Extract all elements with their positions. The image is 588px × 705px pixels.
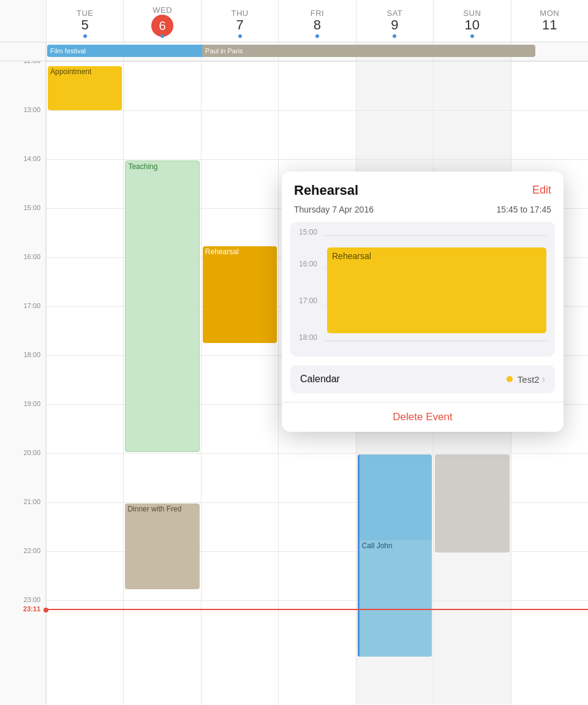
body-col-tue[interactable]: Appointment (46, 61, 123, 704)
call-john-event[interactable]: Call John (358, 540, 432, 657)
dot-fri (315, 34, 319, 38)
popup-edit-button[interactable]: Edit (532, 184, 551, 197)
day-name-wed: Wed (153, 6, 172, 15)
header-day-tue[interactable]: Tue 5 (46, 0, 123, 42)
header-day-wed[interactable]: Wed 6 (123, 0, 200, 42)
header-day-mon[interactable]: Mon 11 (511, 0, 588, 42)
sun-gray-event[interactable] (435, 454, 509, 552)
popup-mini-calendar: 15:00 16:00 17:00 18:00 Rehearsal (290, 222, 555, 356)
popup-calendar-section[interactable]: Calendar Test2 › (290, 365, 555, 393)
dinner-with-fred-event[interactable]: Dinner with Fred (125, 503, 199, 589)
allday-gutter (0, 42, 46, 61)
header-day-sat[interactable]: Sat 9 (356, 0, 433, 42)
time-label-20: 20:00 (23, 449, 40, 456)
allday-col-thu: Paul in Paris (201, 42, 278, 61)
header-day-sun[interactable]: Sun 10 (433, 0, 510, 42)
popup-date: Thursday 7 Apr 2016 (294, 205, 374, 214)
current-time-gutter-label: 23:11 (23, 605, 40, 613)
day-name-thu: Thu (231, 9, 248, 18)
day-num-mon: 11 (542, 18, 557, 32)
current-time-dot (43, 608, 48, 613)
appointment-event[interactable]: Appointment (48, 66, 122, 110)
dot-sat (393, 34, 396, 38)
body-col-thu[interactable]: Rehearsal (201, 61, 278, 704)
current-time-line (46, 609, 588, 610)
day-name-sat: Sat (386, 9, 402, 18)
time-label-12: 12:00 (23, 61, 40, 64)
popup-header: Rehearsal Edit (282, 172, 564, 205)
time-label-16: 16:00 (23, 253, 40, 260)
header-row: Tue 5 Wed 6 Thu 7 Fri 8 Sat 9 (0, 0, 588, 42)
time-gutter-header (0, 0, 46, 42)
time-label-18: 18:00 (23, 351, 40, 358)
day-num-thu: 7 (236, 18, 243, 32)
header-day-fri[interactable]: Fri 8 (278, 0, 355, 42)
time-label-23: 23:00 (23, 596, 40, 603)
time-label-22: 22:00 (23, 547, 40, 554)
body-gutter: 12:00 13:00 14:00 15:00 16:00 17:00 18:0… (0, 61, 46, 704)
time-label-17: 17:00 (23, 302, 40, 309)
teaching-event[interactable]: Teaching (125, 160, 199, 452)
rehearsal-cal-event[interactable]: Rehearsal (203, 246, 277, 343)
day-num-wed: 6 (151, 15, 173, 37)
body-col-wed[interactable]: Teaching Dinner with Fred (123, 61, 200, 704)
time-label-15: 15:00 (23, 204, 40, 211)
popup-title: Rehearsal (294, 183, 358, 198)
event-popup: Rehearsal Edit Thursday 7 Apr 2016 15:45… (282, 172, 564, 432)
day-name-sun: Sun (463, 9, 481, 18)
time-label-13: 13:00 (23, 106, 40, 113)
dot-thu (238, 34, 242, 38)
mini-divider-18 (324, 341, 546, 341)
delete-event-button[interactable]: Delete Event (393, 411, 452, 423)
mini-time-18: 18:00 (299, 333, 317, 342)
mini-divider-15 (324, 235, 546, 236)
paul-in-paris-event[interactable]: Paul in Paris (202, 45, 535, 57)
time-label-21: 21:00 (23, 498, 40, 505)
popup-calendar-label: Calendar (300, 374, 507, 385)
popup-delete-row: Delete Event (282, 402, 564, 432)
dot-tue (83, 34, 87, 38)
day-num-fri: 8 (314, 18, 321, 32)
allday-row: Film festival Paul in Paris (0, 42, 588, 61)
chevron-right-icon: › (542, 374, 545, 385)
time-label-14: 14:00 (23, 155, 40, 162)
mini-time-17: 17:00 (299, 296, 317, 305)
day-num-sun: 10 (465, 18, 480, 32)
day-num-tue: 5 (81, 18, 89, 32)
dot-sun (470, 34, 474, 38)
day-name-mon: Mon (540, 9, 559, 18)
allday-col-tue: Film festival (46, 42, 123, 61)
dot-wed (160, 34, 164, 38)
time-label-19: 19:00 (23, 400, 40, 407)
header-day-thu[interactable]: Thu 7 (201, 0, 278, 42)
popup-calendar-name: Test2 (518, 374, 540, 385)
day-num-sat: 9 (391, 18, 398, 32)
mini-time-15: 15:00 (299, 228, 317, 236)
popup-time: 15:45 to 17:45 (496, 205, 551, 214)
popup-date-row: Thursday 7 Apr 2016 15:45 to 17:45 (282, 205, 564, 222)
calendar-container: Tue 5 Wed 6 Thu 7 Fri 8 Sat 9 (0, 0, 588, 705)
mini-time-16: 16:00 (299, 260, 317, 268)
day-name-fri: Fri (311, 9, 324, 18)
popup-calendar-dot (507, 376, 513, 382)
day-name-tue: Tue (77, 9, 94, 18)
mini-rehearsal-event[interactable]: Rehearsal (327, 247, 546, 333)
